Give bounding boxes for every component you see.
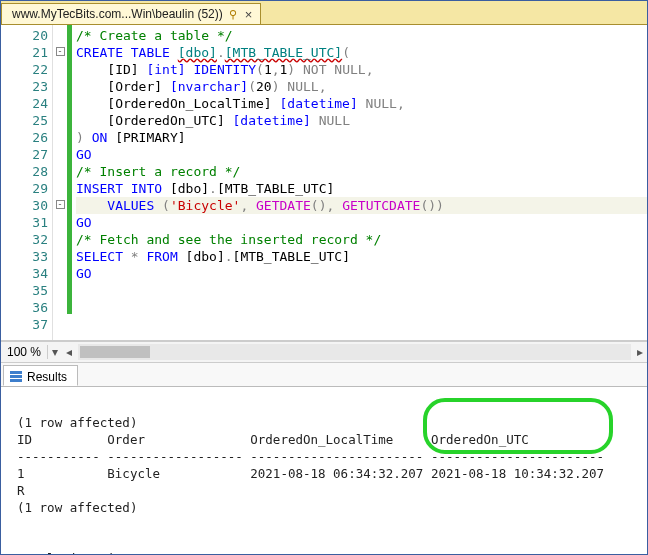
zoom-dropdown-icon[interactable]: ▾ (48, 345, 62, 359)
results-panel[interactable]: (1 row affected) ID Order OrderedOn_Loca… (1, 387, 647, 555)
fold-column[interactable]: - - (53, 25, 67, 340)
code-editor[interactable]: 202122232425262728293031323334353637 - -… (1, 25, 647, 341)
line-number-gutter: 202122232425262728293031323334353637 (1, 25, 53, 340)
editor-footer: 100 % ▾ ◂ ▸ (1, 341, 647, 363)
results-tab[interactable]: Results (3, 365, 78, 386)
close-icon[interactable]: × (243, 7, 255, 22)
grid-icon (10, 371, 22, 383)
results-divider: ----------- ------------------ ---------… (17, 449, 604, 464)
tab-title: www.MyTecBits.com...Win\beaulin (52)) (12, 7, 223, 21)
pin-icon[interactable]: ⚲ (229, 8, 237, 21)
scroll-right-icon[interactable]: ▸ (633, 345, 647, 359)
completion-time: Completion time: 2021-08-18T06:34:32.219… (17, 551, 393, 555)
rows-affected-message: (1 row affected) (17, 415, 137, 430)
horizontal-scrollbar[interactable] (78, 344, 631, 360)
cursor-line: R (17, 483, 25, 498)
results-row: 1 Bicycle 2021-08-18 06:34:32.207 2021-0… (17, 466, 604, 481)
scroll-left-icon[interactable]: ◂ (62, 345, 76, 359)
scrollbar-thumb[interactable] (80, 346, 150, 358)
zoom-level[interactable]: 100 % (1, 345, 48, 359)
results-tab-strip: Results (1, 363, 647, 387)
document-tab[interactable]: www.MyTecBits.com...Win\beaulin (52)) ⚲ … (1, 3, 261, 24)
code-content[interactable]: /* Create a table */CREATE TABLE [dbo].[… (72, 25, 647, 340)
results-tab-label: Results (27, 370, 67, 384)
rows-affected-message: (1 row affected) (17, 500, 137, 515)
tab-bar: www.MyTecBits.com...Win\beaulin (52)) ⚲ … (1, 1, 647, 25)
results-header: ID Order OrderedOn_LocalTime OrderedOn_U… (17, 432, 529, 447)
